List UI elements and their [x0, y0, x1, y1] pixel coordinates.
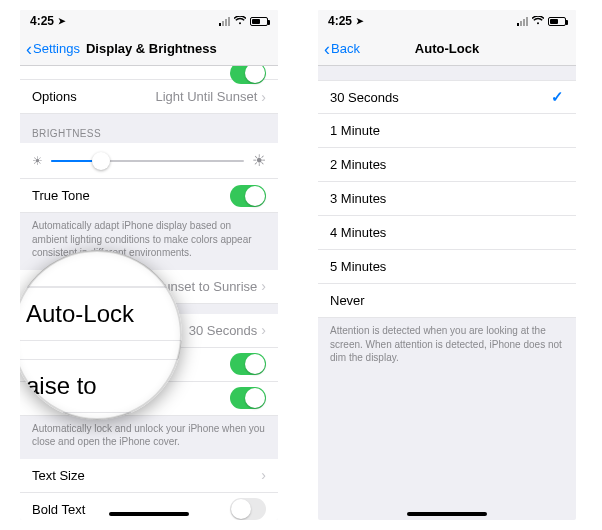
- cover-lock-footer: Automatically lock and unlock your iPhon…: [20, 416, 278, 459]
- chevron-left-icon: ‹: [324, 40, 330, 58]
- magnifier-lens: Auto-Lock aise to: [20, 250, 182, 420]
- back-label: Back: [331, 41, 360, 56]
- brightness-slider[interactable]: [51, 160, 244, 162]
- wifi-icon: [532, 16, 544, 27]
- bold-text-toggle[interactable]: [230, 498, 266, 520]
- lens-auto-lock-row: Auto-Lock: [20, 287, 182, 341]
- status-time: 4:25: [30, 14, 54, 28]
- option-label: 4 Minutes: [330, 225, 386, 240]
- chevron-right-icon: ›: [261, 278, 266, 294]
- screenshot-auto-lock: 4:25 ➤ ‹ Back Auto-Lock 30 Seconds✓1 Min…: [318, 10, 576, 520]
- battery-icon: [250, 17, 268, 26]
- chevron-right-icon: ›: [261, 89, 266, 105]
- auto-lock-option[interactable]: 4 Minutes: [318, 216, 576, 250]
- option-label: 3 Minutes: [330, 191, 386, 206]
- auto-lock-options[interactable]: 30 Seconds✓1 Minute2 Minutes3 Minutes4 M…: [318, 66, 576, 520]
- attention-footer: Attention is detected when you are looki…: [318, 318, 576, 375]
- battery-icon: [548, 17, 566, 26]
- true-tone-toggle[interactable]: [230, 185, 266, 207]
- status-bar: 4:25 ➤: [318, 10, 576, 32]
- auto-lock-value: 30 Seconds: [189, 323, 258, 338]
- raise-to-wake-toggle[interactable]: [230, 353, 266, 375]
- comparison-canvas: 4:25 ➤ ‹ Settings Display & Brightness: [0, 0, 602, 530]
- location-icon: ➤: [356, 16, 364, 26]
- back-button[interactable]: ‹ Back: [324, 40, 360, 58]
- home-indicator[interactable]: [407, 512, 487, 516]
- options-label: Options: [32, 89, 77, 104]
- auto-lock-option[interactable]: Never: [318, 284, 576, 318]
- option-label: 30 Seconds: [330, 90, 399, 105]
- brightness-slider-row: ☀︎ ☀︎: [20, 143, 278, 179]
- chevron-left-icon: ‹: [26, 40, 32, 58]
- checkmark-icon: ✓: [551, 88, 564, 106]
- auto-lock-option[interactable]: 1 Minute: [318, 114, 576, 148]
- cell-signal-icon: [517, 17, 528, 26]
- option-label: 1 Minute: [330, 123, 380, 138]
- sun-high-icon: ☀︎: [252, 151, 266, 170]
- text-size-row[interactable]: Text Size ›: [20, 459, 278, 493]
- home-indicator[interactable]: [109, 512, 189, 516]
- partial-row-top: [20, 66, 278, 80]
- wifi-icon: [234, 16, 246, 27]
- option-label: 2 Minutes: [330, 157, 386, 172]
- text-size-label: Text Size: [32, 468, 85, 483]
- cell-signal-icon: [219, 17, 230, 26]
- status-time: 4:25: [328, 14, 352, 28]
- bold-text-label: Bold Text: [32, 502, 85, 517]
- appearance-toggle[interactable]: [230, 66, 266, 84]
- cover-lock-toggle[interactable]: [230, 387, 266, 409]
- nav-bar: ‹ Settings Display & Brightness: [20, 32, 278, 66]
- option-label: 5 Minutes: [330, 259, 386, 274]
- options-row[interactable]: Options Light Until Sunset›: [20, 80, 278, 114]
- back-button-settings[interactable]: ‹ Settings: [26, 40, 80, 58]
- auto-lock-option[interactable]: 30 Seconds✓: [318, 80, 576, 114]
- options-value: Light Until Sunset: [155, 89, 257, 104]
- auto-lock-option[interactable]: 3 Minutes: [318, 182, 576, 216]
- nav-bar: ‹ Back Auto-Lock: [318, 32, 576, 66]
- sun-low-icon: ☀︎: [32, 154, 43, 168]
- back-label: Settings: [33, 41, 80, 56]
- true-tone-row[interactable]: True Tone: [20, 179, 278, 213]
- page-title: Display & Brightness: [86, 41, 217, 56]
- auto-lock-option[interactable]: 2 Minutes: [318, 148, 576, 182]
- lens-auto-lock-label: Auto-Lock: [26, 300, 134, 328]
- location-icon: ➤: [58, 16, 66, 26]
- chevron-right-icon: ›: [261, 322, 266, 338]
- brightness-header: BRIGHTNESS: [20, 114, 278, 143]
- true-tone-label: True Tone: [32, 188, 90, 203]
- screenshot-display-brightness: 4:25 ➤ ‹ Settings Display & Brightness: [20, 10, 278, 520]
- option-label: Never: [330, 293, 365, 308]
- auto-lock-option[interactable]: 5 Minutes: [318, 250, 576, 284]
- chevron-right-icon: ›: [261, 467, 266, 483]
- status-bar: 4:25 ➤: [20, 10, 278, 32]
